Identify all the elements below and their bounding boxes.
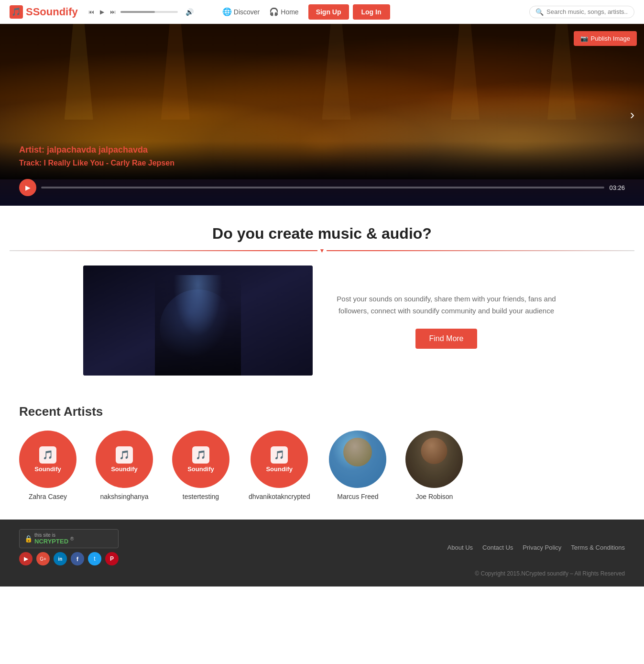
progress-fill: [120, 11, 155, 13]
mid-section: Do you create music & audio? Post your s…: [0, 206, 644, 395]
auth-buttons: Sign Up Log In: [308, 4, 390, 20]
hero-banner: 📷 Publish Image Artist: jalpachavda jalp…: [0, 24, 644, 206]
signup-button[interactable]: Sign Up: [308, 4, 349, 20]
linkedin-icon[interactable]: in: [54, 552, 67, 565]
logo-text: SSoundify: [26, 6, 78, 18]
avatar: 🎵 Soundify: [172, 431, 229, 488]
light-beam-3: [322, 24, 351, 120]
footer: 🔒 this site is NCRYPTED ® ▶ G+ in f t P …: [0, 520, 644, 587]
search-input[interactable]: [546, 8, 628, 15]
mid-text: Post your sounds on soundify, share them…: [332, 293, 561, 349]
soundify-logo-icon: 🎵: [39, 446, 56, 464]
mid-title: Do you create music & audio?: [10, 225, 634, 243]
artist-name: nakshsinghanya: [100, 493, 148, 500]
soundify-logo-icon: 🎵: [116, 446, 133, 464]
light-beam-5: [547, 24, 576, 120]
mid-description: Post your sounds on soundify, share them…: [332, 293, 561, 317]
soundify-label: Soundify: [34, 465, 61, 473]
nav-home[interactable]: 🎧 Home: [269, 7, 298, 16]
soundify-label: Soundify: [266, 465, 293, 473]
search-area[interactable]: 🔍: [529, 6, 634, 18]
mid-image-glow: [160, 289, 236, 366]
mid-divider: [10, 250, 634, 251]
ncrypted-name-label: NCRYPTED: [34, 538, 68, 545]
nav-links: 🌐 Discover 🎧 Home: [222, 7, 299, 16]
hero-time: 03:26: [609, 184, 625, 191]
mid-content: Post your sounds on soundify, share them…: [83, 266, 561, 376]
header: 🎵 SSoundify ⏮ ▶ ⏭ 🔊 🌐 Discover 🎧 Home Si…: [0, 0, 644, 24]
login-button[interactable]: Log In: [353, 4, 390, 20]
list-item[interactable]: 🎵 Soundify nakshsinghanya: [96, 431, 153, 500]
avatar-overlay: [405, 431, 463, 488]
artists-grid: 🎵 Soundify Zahra Casey 🎵 Soundify nakshs…: [19, 431, 625, 500]
privacy-policy-link[interactable]: Privacy Policy: [523, 544, 561, 551]
hero-play-button[interactable]: ▶: [19, 179, 36, 196]
registered-icon: ®: [70, 536, 74, 542]
light-beam-4: [451, 24, 480, 120]
hero-progress-bar[interactable]: [41, 187, 604, 188]
artist-name: dhvanikotakncrypted: [249, 493, 310, 500]
recent-artists-section: Recent Artists 🎵 Soundify Zahra Casey 🎵 …: [0, 395, 644, 520]
hero-artist: Artist: jalpachavda jalpachavda: [19, 145, 175, 155]
logo-area[interactable]: 🎵 SSoundify: [10, 5, 78, 19]
footer-top: 🔒 this site is NCRYPTED ® ▶ G+ in f t P …: [19, 529, 625, 565]
hero-next-button[interactable]: ›: [630, 107, 634, 122]
publish-icon: 📷: [580, 35, 588, 42]
list-item[interactable]: Marcus Freed: [329, 431, 386, 500]
progress-bar[interactable]: [120, 11, 178, 13]
recent-artists-title: Recent Artists: [19, 404, 625, 419]
mid-image: [83, 266, 313, 376]
footer-bottom: © Copyright 2015.NCrypted soundify – All…: [19, 570, 625, 577]
list-item[interactable]: Joe Robison: [405, 431, 463, 500]
youtube-icon[interactable]: ▶: [19, 552, 33, 565]
nav-discover[interactable]: 🌐 Discover: [222, 7, 260, 16]
next-button[interactable]: ⏭: [109, 8, 117, 16]
artist-name: Zahra Casey: [29, 493, 67, 500]
ncrypted-site-label: this site is: [34, 532, 68, 538]
avatar-overlay: [329, 431, 386, 488]
ncrypted-badge: 🔒 this site is NCRYPTED ®: [19, 529, 119, 548]
footer-links: About Us Contact Us Privacy Policy Terms…: [448, 544, 625, 551]
hero-player: ▶ 03:26: [19, 179, 625, 196]
avatar: 🎵 Soundify: [96, 431, 153, 488]
googleplus-icon[interactable]: G+: [36, 552, 50, 565]
artist-name: testertesting: [183, 493, 219, 500]
headphones-icon: 🎧: [269, 7, 279, 16]
lock-icon: 🔒: [24, 535, 33, 542]
publish-image-button[interactable]: 📷 Publish Image: [574, 31, 637, 46]
avatar: 🎵 Soundify: [251, 431, 308, 488]
twitter-icon[interactable]: t: [88, 552, 101, 565]
contact-us-link[interactable]: Contact Us: [482, 544, 513, 551]
pinterest-icon[interactable]: P: [105, 552, 119, 565]
prev-button[interactable]: ⏮: [87, 8, 95, 16]
about-us-link[interactable]: About Us: [448, 544, 473, 551]
search-icon: 🔍: [535, 8, 544, 16]
list-item[interactable]: 🎵 Soundify dhvanikotakncrypted: [249, 431, 310, 500]
avatar: [329, 431, 386, 488]
soundify-logo-icon: 🎵: [271, 446, 288, 464]
soundify-logo-icon: 🎵: [192, 446, 209, 464]
stage-lights: [0, 24, 644, 120]
light-beam-2: [161, 24, 190, 120]
globe-icon: 🌐: [222, 7, 232, 16]
player-controls: ⏮ ▶ ⏭ 🔊: [87, 8, 194, 16]
avatar: [405, 431, 463, 488]
volume-icon: 🔊: [186, 8, 194, 16]
facebook-icon[interactable]: f: [71, 552, 84, 565]
social-icons: ▶ G+ in f t P: [19, 552, 119, 565]
terms-conditions-link[interactable]: Terms & Conditions: [571, 544, 625, 551]
find-more-button[interactable]: Find More: [415, 329, 477, 349]
avatar: 🎵 Soundify: [19, 431, 76, 488]
play-pause-button[interactable]: ▶: [99, 8, 105, 16]
logo-icon: 🎵: [10, 5, 23, 19]
soundify-label: Soundify: [187, 465, 214, 473]
soundify-label: Soundify: [111, 465, 138, 473]
artist-name: Marcus Freed: [337, 493, 378, 500]
artist-name: Joe Robison: [416, 493, 453, 500]
list-item[interactable]: 🎵 Soundify testertesting: [172, 431, 229, 500]
list-item[interactable]: 🎵 Soundify Zahra Casey: [19, 431, 76, 500]
hero-track: Track: I Really Like You - Carly Rae Jep…: [19, 159, 175, 167]
hero-info: Artist: jalpachavda jalpachavda Track: I…: [19, 145, 175, 167]
footer-left: 🔒 this site is NCRYPTED ® ▶ G+ in f t P: [19, 529, 119, 565]
light-beam-1: [65, 24, 93, 120]
